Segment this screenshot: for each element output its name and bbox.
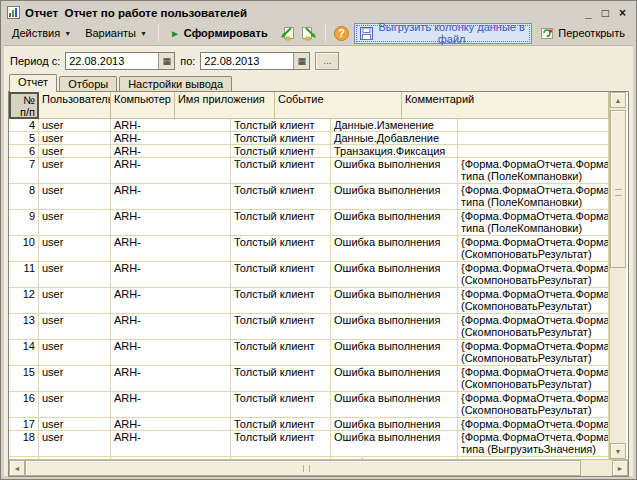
cell-event: Ошибка выполнения — [331, 431, 458, 457]
cell-user: user — [39, 431, 111, 457]
save-to-file-icon — [360, 27, 373, 40]
table-row[interactable]: 6 user ARH- Толстый клиент Транзакция.Фи… — [9, 145, 609, 158]
reopen-button[interactable]: Переоткрыть — [534, 23, 631, 44]
cell-num: 18 — [9, 431, 39, 457]
cell-num: 10 — [9, 236, 39, 262]
table-row[interactable]: 16 user ARH- Толстый клиент Ошибка выпол… — [9, 392, 609, 418]
cell-user: user — [39, 340, 111, 366]
cell-user: user — [39, 288, 111, 314]
column-header-user[interactable]: Пользователь — [39, 92, 111, 119]
cell-computer: ARH- — [111, 145, 231, 158]
help-button[interactable]: ? — [331, 23, 352, 44]
cell-app: Толстый клиент — [231, 236, 331, 262]
calendar-icon[interactable]: ▦ — [293, 53, 309, 69]
export-column-button[interactable]: Выгрузить колонку данные в файл — [354, 23, 532, 44]
scroll-right-icon[interactable]: ► — [612, 460, 628, 476]
cell-computer: ARH- — [111, 340, 231, 366]
table-row[interactable]: 18 user ARH- Толстый клиент Ошибка выпол… — [9, 431, 609, 457]
cell-num: 6 — [9, 145, 39, 158]
cell-user: user — [39, 314, 111, 340]
cell-num: 14 — [9, 340, 39, 366]
grid-body: 4 user ARH- Толстый клиент Данные.Измене… — [9, 119, 609, 459]
table-row[interactable]: 8 user ARH- Толстый клиент Ошибка выполн… — [9, 184, 609, 210]
table-row[interactable]: 5 user ARH- Толстый клиент Данные.Добавл… — [9, 132, 609, 145]
table-row[interactable]: 15 user ARH- Толстый клиент Ошибка выпол… — [9, 366, 609, 392]
cell-comment — [458, 119, 609, 132]
column-header-event[interactable]: Событие — [275, 92, 402, 119]
cell-event: Ошибка выполнения — [331, 210, 458, 236]
tab-0[interactable]: Отчет — [9, 74, 57, 92]
chevron-down-icon: ▼ — [64, 30, 71, 37]
save-settings-icon — [301, 26, 318, 41]
vertical-scroll-thumb[interactable] — [610, 110, 626, 268]
maximize-button[interactable]: □ — [602, 7, 609, 19]
horizontal-scrollbar[interactable]: ◄ ► — [9, 459, 628, 476]
cell-user: user — [39, 184, 111, 210]
cell-comment: {Форма.ФормаОтчета.Форма(259типа (ПолеКо… — [458, 210, 609, 236]
cell-computer: ARH- — [111, 210, 231, 236]
cell-app: Толстый клиент — [231, 184, 331, 210]
column-header-computer[interactable]: Компьютер — [111, 92, 175, 119]
cell-computer: ARH- — [111, 236, 231, 262]
cell-event: Ошибка выполнения — [331, 314, 458, 340]
period-more-button[interactable]: ... — [315, 52, 339, 70]
actions-menu-button[interactable]: Действия ▼ — [6, 23, 77, 44]
cell-app: Толстый клиент — [231, 431, 331, 457]
cell-app: Толстый клиент — [231, 340, 331, 366]
table-row[interactable]: 10 user ARH- Толстый клиент Ошибка выпол… — [9, 236, 609, 262]
cell-num: 9 — [9, 210, 39, 236]
column-header-comment[interactable]: Комментарий — [402, 92, 609, 119]
cell-app: Толстый клиент — [231, 132, 331, 145]
report-form: Период с: ▦ по: ▦ ... ОтчетОтборыНастрой… — [4, 46, 633, 476]
cell-app: Толстый клиент — [231, 366, 331, 392]
cell-computer: ARH- — [111, 288, 231, 314]
reopen-icon — [540, 27, 554, 40]
cell-computer: ARH- — [111, 262, 231, 288]
cell-event: Ошибка выполнения — [331, 184, 458, 210]
cell-comment — [458, 145, 609, 158]
calendar-icon[interactable]: ▦ — [158, 53, 174, 69]
period-from-input[interactable] — [66, 53, 158, 69]
tab-2[interactable]: Настройки вывода — [119, 76, 232, 91]
cell-comment: {Форма.ФормаОтчета.Форма(89)(Скомпоноват… — [458, 392, 609, 418]
report-window: Отчет Отчет по работе пользователей _ □ … — [0, 0, 637, 480]
scroll-left-icon[interactable]: ◄ — [9, 460, 25, 476]
cell-user: user — [39, 210, 111, 236]
cell-num: 4 — [9, 119, 39, 132]
cell-comment: {Форма.ФормаОтчета.Форма(252типа (ПолеКо… — [458, 158, 609, 184]
tab-1[interactable]: Отборы — [59, 76, 117, 91]
cell-event: Транзакция.Фиксация — [331, 145, 458, 158]
table-row[interactable]: 4 user ARH- Толстый клиент Данные.Измене… — [9, 119, 609, 132]
period-to-input[interactable] — [201, 53, 293, 69]
table-row[interactable]: 14 user ARH- Толстый клиент Ошибка выпол… — [9, 340, 609, 366]
table-row[interactable]: 7 user ARH- Толстый клиент Ошибка выполн… — [9, 158, 609, 184]
table-row[interactable]: 11 user ARH- Толстый клиент Ошибка выпол… — [9, 262, 609, 288]
close-button[interactable]: × — [619, 7, 626, 19]
period-row: Период с: ▦ по: ▦ ... — [8, 49, 629, 73]
column-header-num[interactable]: №п/п — [9, 92, 39, 119]
cell-app: Толстый клиент — [231, 145, 331, 158]
period-to-label: по: — [180, 55, 195, 67]
minimize-button[interactable]: _ — [585, 7, 592, 19]
cell-event: Данные.Добавление — [331, 132, 458, 145]
table-row[interactable]: 9 user ARH- Толстый клиент Ошибка выполн… — [9, 210, 609, 236]
cell-event: Данные.Изменение — [331, 119, 458, 132]
horizontal-scroll-thumb[interactable] — [25, 460, 581, 476]
generate-button[interactable]: ► Сформировать — [164, 23, 274, 44]
table-row[interactable]: 12 user ARH- Толстый клиент Ошибка выпол… — [9, 288, 609, 314]
scroll-up-icon[interactable]: ▲ — [610, 92, 626, 108]
column-header-app[interactable]: Имя приложения — [175, 92, 275, 119]
cell-num: 8 — [9, 184, 39, 210]
table-row[interactable]: 17 user ARH- Толстый клиент Ошибка выпол… — [9, 418, 609, 431]
cell-event: Ошибка выполнения — [331, 262, 458, 288]
load-settings-button[interactable] — [276, 23, 297, 44]
table-row[interactable]: 13 user ARH- Толстый клиент Ошибка выпол… — [9, 314, 609, 340]
cell-user: user — [39, 418, 111, 431]
period-from-field: ▦ — [65, 52, 175, 70]
save-settings-button[interactable] — [299, 23, 320, 44]
vertical-scrollbar[interactable]: ▲ ▼ — [609, 92, 626, 459]
variants-menu-button[interactable]: Варианты ▼ — [79, 23, 153, 44]
scroll-down-icon[interactable]: ▼ — [610, 443, 626, 459]
load-settings-icon — [278, 26, 295, 41]
cell-comment: {Форма.ФормаОтчета.Форма(89)(Скомпоноват… — [458, 262, 609, 288]
